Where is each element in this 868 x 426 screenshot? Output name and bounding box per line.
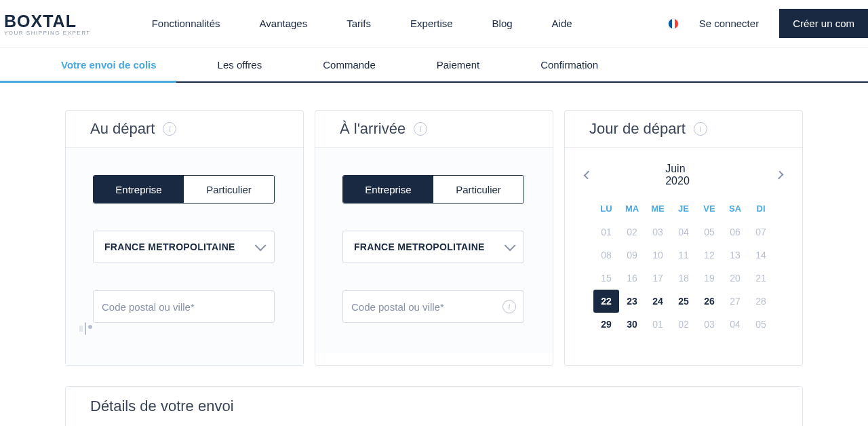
nav-expertise[interactable]: Expertise [410,18,453,29]
calendar-dow: ME [645,199,671,220]
calendar-day: 06 [722,220,748,244]
calendar-day[interactable]: 24 [645,290,671,313]
card-header-arrivee: À l'arrivée i [315,111,553,148]
calendar-day: 04 [722,313,748,336]
step-offres: Les offres [218,59,262,71]
calendar-day: 01 [645,313,671,336]
nav-links: Fonctionnalités Avantages Tarifs Experti… [152,18,572,29]
arrivee-country-select[interactable]: FRANCE METROPOLITAINE [342,231,524,263]
calendar-day: 04 [671,220,696,244]
arrivee-type-toggle: Entreprise Particulier [342,175,524,204]
calendar-next-icon[interactable] [774,171,783,180]
calendar-prev-icon[interactable] [584,171,593,180]
card-calendar: Jour de départ i Juin 2020 LUMAMEJEVESAD… [564,110,803,366]
calendar-day: 07 [748,220,774,244]
depart-country-value: FRANCE METROPOLITAINE [104,241,235,252]
contacts-icon[interactable] [85,322,86,335]
info-icon[interactable]: i [694,122,707,136]
calendar-day[interactable]: 23 [619,290,645,313]
calendar-day: 03 [645,220,671,244]
calendar-day: 09 [619,244,645,267]
calendar-grid: LUMAMEJEVESADI01020304050607080910111213… [585,199,782,336]
step-paiement: Paiement [437,59,479,71]
step-commande: Commande [323,59,376,71]
calendar-day: 05 [748,313,774,336]
arrivee-postal-wrap: i [342,290,524,323]
nav-fonctionnalites[interactable]: Fonctionnalités [152,18,220,29]
calendar-day: 18 [671,267,696,290]
depart-country-select[interactable]: FRANCE METROPOLITAINE [93,231,275,263]
form-container: Au départ i Entreprise Particulier FRANC… [65,110,803,366]
info-icon[interactable]: i [502,300,516,313]
calendar-day: 11 [671,244,696,267]
calendar-day: 05 [696,220,722,244]
calendar-nav: Juin 2020 [585,163,782,187]
chevron-down-icon [505,239,516,251]
depart-body: Entreprise Particulier FRANCE METROPOLIT… [66,148,303,365]
details-title: Détails de votre envoi [66,387,802,426]
arrivee-title: À l'arrivée [340,120,406,138]
depart-entreprise-button[interactable]: Entreprise [94,176,184,203]
logo-tagline: YOUR SHIPPING EXPERT [4,30,91,36]
info-icon[interactable]: i [414,122,427,136]
card-depart: Au départ i Entreprise Particulier FRANC… [65,110,304,366]
arrivee-body: Entreprise Particulier FRANCE METROPOLIT… [315,148,553,353]
arrivee-postal-input[interactable] [342,290,524,323]
calendar-day: 20 [722,267,748,290]
calendar-dow: LU [593,199,619,220]
calendar-day: 02 [619,220,645,244]
logo-text: BOXTAL [4,12,91,31]
depart-postal-input[interactable] [93,290,275,323]
calendar-day: 17 [645,267,671,290]
calendar-day: 14 [748,244,774,267]
step-envoi[interactable]: Votre envoi de colis [61,59,157,71]
calendar-day: 02 [671,313,696,336]
step-confirmation: Confirmation [540,59,598,71]
card-header-calendar: Jour de départ i [565,111,802,148]
nav-aide[interactable]: Aide [552,18,572,29]
calendar-dow: DI [748,199,774,220]
depart-title: Au départ [90,120,155,138]
calendar-day[interactable]: 25 [671,290,696,313]
create-account-button[interactable]: Créer un com [779,9,868,38]
nav-tarifs[interactable]: Tarifs [347,18,371,29]
info-icon[interactable]: i [163,122,176,136]
depart-type-toggle: Entreprise Particulier [93,175,275,204]
card-header-depart: Au départ i [66,111,303,148]
details-section: Détails de votre envoi [65,386,803,426]
arrivee-entreprise-button[interactable]: Entreprise [343,176,433,203]
calendar-day[interactable]: 22 [593,290,619,313]
nav-avantages[interactable]: Avantages [260,18,308,29]
calendar-dow: VE [696,199,722,220]
calendar-month: Juin 2020 [665,163,702,187]
card-arrivee: À l'arrivée i Entreprise Particulier FRA… [315,110,553,366]
depart-particulier-button[interactable]: Particulier [184,176,274,203]
calendar-day: 13 [722,244,748,267]
calendar-day: 21 [748,267,774,290]
arrivee-particulier-button[interactable]: Particulier [433,176,524,203]
calendar-day[interactable]: 30 [619,313,645,336]
calendar-dow: MA [619,199,645,220]
arrivee-country-value: FRANCE METROPOLITAINE [354,241,485,252]
steps-bar: Votre envoi de colis Les offres Commande… [0,47,868,83]
calendar-day[interactable]: 29 [593,313,619,336]
calendar-day: 16 [619,267,645,290]
chevron-down-icon [255,239,267,251]
calendar-day: 19 [696,267,722,290]
login-link[interactable]: Se connecter [699,18,759,29]
calendar-title: Jour de départ [589,120,686,138]
calendar-dow: SA [722,199,748,220]
nav-blog[interactable]: Blog [492,18,513,29]
calendar-day: 15 [593,267,619,290]
calendar-dow: JE [671,199,696,220]
calendar-day[interactable]: 26 [696,290,722,313]
calendar-day: 03 [696,313,722,336]
top-nav: BOXTAL YOUR SHIPPING EXPERT Fonctionnali… [0,0,868,47]
flag-fr-icon[interactable] [668,18,679,29]
calendar-day: 12 [696,244,722,267]
calendar-day: 27 [722,290,748,313]
logo[interactable]: BOXTAL YOUR SHIPPING EXPERT [4,12,91,36]
depart-postal-wrap [93,290,275,335]
calendar-day: 08 [593,244,619,267]
calendar-day: 01 [593,220,619,244]
